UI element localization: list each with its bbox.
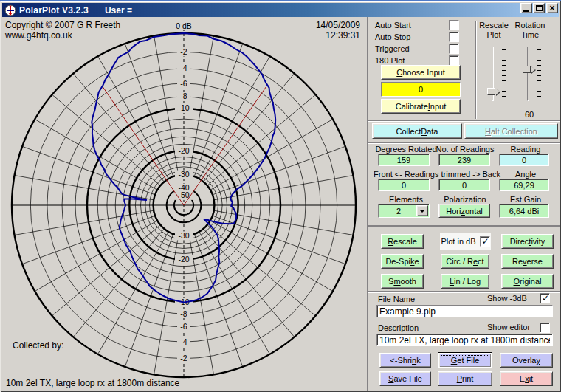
close-button[interactable]: × [546, 3, 558, 13]
de-spike-button[interactable]: De-Spike [381, 254, 424, 269]
grid-spoke [199, 232, 270, 354]
collect-data-button[interactable]: Collect Data [372, 123, 462, 139]
maximize-button[interactable] [533, 3, 545, 13]
divider-3 [368, 225, 560, 227]
trim-front-field: 0 [378, 179, 430, 191]
elements-dropdown-button[interactable] [416, 205, 428, 216]
reverse-button[interactable]: Reverse [501, 254, 554, 269]
auto-start-checkbox[interactable] [449, 20, 459, 30]
180-plot-label: 180 Plot [375, 56, 405, 65]
rotation-time-slider[interactable] [521, 45, 546, 104]
circ-rect-button[interactable]: Circ / Rect [441, 254, 489, 269]
lin-log-button[interactable]: Lin / Log [441, 274, 489, 289]
ring-label: -50 [178, 190, 189, 199]
overlay-button[interactable]: Overlay [500, 353, 553, 368]
directivity-button[interactable]: Directivity [501, 234, 554, 249]
reading-field: 0 [499, 154, 549, 166]
rotation-time-slider-thumb[interactable] [523, 66, 531, 73]
angle-field: 69,29 [499, 179, 549, 191]
divider-2 [368, 142, 560, 143]
rescale-plot-label-2: Plot [477, 30, 511, 39]
rotation-time-value: 60 [517, 110, 542, 119]
plot-in-db-label: Plot in dB [441, 237, 475, 246]
plot-footer-description: 10m 2el TX, large loop rx at 1800m dista… [6, 378, 179, 388]
description-input[interactable] [376, 334, 553, 346]
copyright-line2: www.g4hfq.co.uk [5, 30, 72, 41]
ring-label: -20 [178, 255, 189, 264]
trim-back-field: 0 [438, 179, 490, 191]
smooth-button[interactable]: Smooth [381, 274, 424, 289]
rotation-time-slider-ticks [537, 49, 541, 97]
close-icon: × [549, 4, 554, 12]
ring-label: -30 [178, 231, 189, 240]
file-name-input[interactable] [376, 305, 553, 317]
shrink-button[interactable]: <-Shrink [379, 353, 431, 368]
grid-spoke [73, 229, 164, 337]
print-button[interactable]: Print [438, 371, 492, 386]
choose-input-button[interactable]: Choose Input [381, 65, 461, 80]
ring-label: -8 [180, 309, 187, 318]
minimize-icon [523, 10, 529, 12]
grid-spoke [199, 56, 270, 179]
grid-spoke [52, 225, 161, 316]
rotation-time-slider-track[interactable] [527, 47, 529, 101]
ring-label: -2 [180, 47, 187, 56]
readings-trimmed-label: Front <- Readings trimmed -> Back [372, 170, 502, 179]
no-of-readings-label: No. of Readings [434, 145, 496, 154]
auto-start-label: Auto Start [375, 21, 411, 30]
rescale-plot-slider-thumb[interactable] [487, 88, 495, 95]
ring-label: -4 [180, 337, 187, 346]
rescale-plot-slider-ticks [502, 49, 506, 97]
elements-value: 2 [396, 207, 401, 216]
degrees-rotated-field: 159 [378, 154, 430, 166]
180-plot-checkbox[interactable] [449, 55, 459, 66]
get-file-button[interactable]: Get File [438, 352, 492, 368]
est-gain-label: Est Gain [496, 195, 555, 204]
input-level-field: 0 [381, 82, 461, 97]
polarplot-window: PolarPlot V3.2.3 User = × 0 dB-2-4-6-8-1… [0, 0, 561, 392]
ring-label: -2 [180, 354, 187, 362]
rescale-plot-slider[interactable] [486, 45, 511, 104]
grid-spoke [73, 74, 164, 182]
original-button[interactable]: Original [501, 274, 554, 289]
polarization-button[interactable]: Horizontal [438, 204, 490, 218]
ring-label: -8 [180, 92, 187, 100]
minimize-button[interactable] [520, 3, 532, 13]
rescale-button[interactable]: Rescale [381, 234, 424, 249]
calibrate-input-button[interactable]: Calibrate Input [381, 99, 461, 114]
plot-in-db-checkbox[interactable] [480, 236, 490, 247]
show-3db-label: Show -3dB [487, 294, 527, 303]
ring-label: -20 [178, 146, 189, 155]
triggered-checkbox[interactable] [449, 44, 459, 54]
grid-spoke [207, 225, 316, 316]
titlebar[interactable]: PolarPlot V3.2.3 User = [2, 3, 559, 17]
collected-by-label: Collected by: [13, 340, 63, 351]
grid-spoke [210, 221, 333, 292]
save-file-button[interactable]: Save File [379, 371, 431, 386]
show-editor-checkbox[interactable] [540, 323, 550, 333]
elements-label: Elements [372, 195, 440, 204]
plot-in-db-group: Plot in dB [440, 233, 491, 250]
ring-label: -10 [178, 103, 189, 112]
grid-spoke [204, 229, 295, 337]
rescale-plot-label-1: Rescale [477, 21, 511, 30]
ring-label: -6 [180, 79, 187, 88]
elements-combobox[interactable]: 2 [378, 204, 430, 218]
auto-stop-checkbox[interactable] [449, 32, 459, 42]
triggered-label: Triggered [375, 44, 410, 53]
beamwidth-line [184, 86, 266, 205]
plot-area: 0 dB-2-4-6-8-10-20-30-40-50-30-20-10-8-6… [2, 17, 367, 391]
grid-spoke [52, 94, 161, 185]
grid-spoke [210, 120, 333, 190]
no-of-readings-field: 239 [438, 154, 490, 166]
grid-spoke [204, 74, 295, 182]
divider-1 [368, 120, 560, 121]
copyright-line1: Copyright © 2007 G R Freeth [5, 20, 120, 30]
show-3db-checkbox[interactable] [540, 293, 550, 303]
reading-label: Reading [496, 145, 555, 154]
window-title: PolarPlot V3.2.3 [19, 5, 89, 16]
exit-button[interactable]: Exit [500, 371, 553, 386]
window-user-label: User = [105, 5, 132, 16]
auto-stop-label: Auto Stop [375, 32, 410, 41]
est-gain-field: 6,64 dBi [499, 204, 549, 218]
